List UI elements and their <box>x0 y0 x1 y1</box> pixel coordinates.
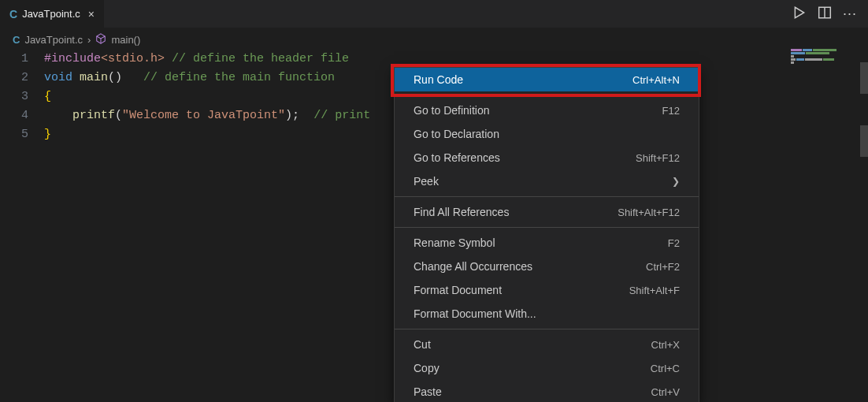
menu-item-run-code[interactable]: Run CodeCtrl+Alt+N <box>395 68 699 91</box>
menu-item-shortcut: Shift+Alt+F12 <box>618 207 680 218</box>
menu-item-change-all-occurrences[interactable]: Change All OccurrencesCtrl+F2 <box>395 255 699 278</box>
run-icon[interactable] <box>792 6 807 23</box>
menu-item-label: Go to Definition <box>414 104 490 117</box>
menu-item-label: Peek <box>414 175 439 188</box>
menu-item-shortcut: Ctrl+V <box>651 386 680 398</box>
menu-item-label: Change All Occurrences <box>414 260 532 273</box>
menu-item-copy[interactable]: CopyCtrl+C <box>395 356 699 380</box>
code-line[interactable]: 1#include<stdio.h> // define the header … <box>0 50 868 69</box>
more-actions-icon[interactable]: ··· <box>843 6 857 22</box>
menu-separator <box>395 227 699 228</box>
chevron-right-icon: › <box>87 34 91 46</box>
symbol-method-icon <box>95 33 106 47</box>
menu-item-go-to-declaration[interactable]: Go to Declaration <box>395 122 699 146</box>
menu-item-cut[interactable]: CutCtrl+X <box>395 333 699 356</box>
menu-item-shortcut: F12 <box>662 105 680 117</box>
menu-item-go-to-definition[interactable]: Go to DefinitionF12 <box>395 99 699 122</box>
menu-item-label: Cut <box>414 338 431 351</box>
breadcrumb-file: JavaTpoint.c <box>24 34 83 46</box>
menu-item-format-document-with[interactable]: Format Document With... <box>395 302 699 326</box>
chevron-right-icon: ❯ <box>672 176 680 187</box>
menu-separator <box>395 329 699 329</box>
line-number: 5 <box>0 125 44 144</box>
scrollbar-thumb[interactable] <box>860 125 868 157</box>
svg-marker-0 <box>795 7 803 18</box>
menu-item-label: Run Code <box>414 73 463 86</box>
code-content[interactable]: void main() // define the main function <box>44 69 335 87</box>
c-file-icon: C <box>9 8 17 20</box>
breadcrumb[interactable]: C JavaTpoint.c › main() <box>0 29 868 50</box>
menu-item-go-to-references[interactable]: Go to ReferencesShift+F12 <box>395 146 699 169</box>
menu-item-label: Copy <box>414 362 440 374</box>
menu-item-format-document[interactable]: Format DocumentShift+Alt+F <box>395 278 699 302</box>
tab-bar: C JavaTpoint.c × ··· <box>0 0 868 28</box>
breadcrumb-symbol: main() <box>111 34 140 46</box>
context-menu: Run CodeCtrl+Alt+NGo to DefinitionF12Go … <box>394 67 699 402</box>
code-content[interactable]: { <box>44 87 51 106</box>
code-content[interactable]: printf("Welcome to JavaTpoint"); // prin… <box>44 106 370 125</box>
menu-separator <box>395 95 699 95</box>
line-number: 4 <box>0 106 44 125</box>
menu-item-shortcut: F2 <box>668 237 680 249</box>
menu-separator <box>395 196 699 197</box>
tab-actions: ··· <box>792 6 868 23</box>
menu-item-rename-symbol[interactable]: Rename SymbolF2 <box>395 231 699 255</box>
split-editor-icon[interactable] <box>818 6 832 23</box>
menu-item-label: Format Document <box>414 284 502 296</box>
menu-item-label: Rename Symbol <box>414 236 495 249</box>
code-content[interactable]: #include<stdio.h> // define the header f… <box>44 50 349 69</box>
menu-item-shortcut: Shift+Alt+F <box>629 285 680 296</box>
line-number: 3 <box>0 87 44 106</box>
menu-item-label: Go to References <box>414 151 500 164</box>
menu-item-shortcut: Ctrl+F2 <box>646 261 680 273</box>
menu-item-label: Go to Declaration <box>414 128 499 140</box>
menu-item-shortcut: Ctrl+Alt+N <box>632 74 680 86</box>
menu-item-label: Paste <box>414 385 442 398</box>
scrollbar-thumb[interactable] <box>860 62 868 94</box>
vertical-scrollbar[interactable] <box>860 48 868 402</box>
menu-item-peek[interactable]: Peek❯ <box>395 169 699 193</box>
editor-tab[interactable]: C JavaTpoint.c × <box>0 0 105 28</box>
tab-close-icon[interactable]: × <box>88 8 95 20</box>
line-number: 2 <box>0 69 44 87</box>
menu-item-shortcut: Ctrl+C <box>651 363 680 374</box>
menu-item-label: Format Document With... <box>414 307 536 320</box>
minimap[interactable] <box>791 49 857 71</box>
menu-item-paste[interactable]: PasteCtrl+V <box>395 380 699 402</box>
c-file-icon: C <box>13 34 20 46</box>
code-content[interactable]: } <box>44 125 51 144</box>
menu-item-shortcut: Ctrl+X <box>651 339 680 351</box>
menu-item-find-all-references[interactable]: Find All ReferencesShift+Alt+F12 <box>395 200 699 224</box>
line-number: 1 <box>0 50 44 69</box>
menu-item-label: Find All References <box>414 206 509 218</box>
menu-item-shortcut: Shift+F12 <box>636 152 680 164</box>
tab-filename: JavaTpoint.c <box>22 8 80 20</box>
